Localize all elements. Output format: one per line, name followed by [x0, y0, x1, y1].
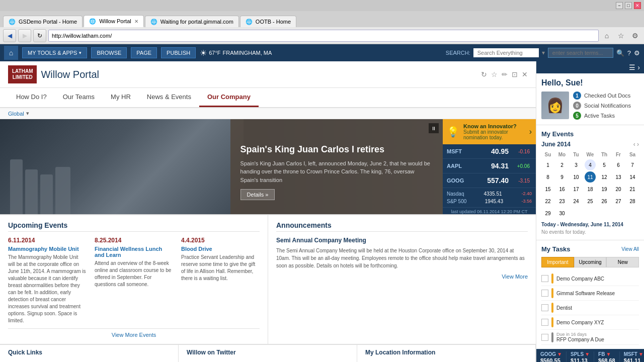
tab-gsdemoportal[interactable]: 🌐 GSDemo Portal - Home — [3, 16, 83, 27]
publish-button[interactable]: PUBLISH — [161, 47, 196, 58]
my-tools-menu[interactable]: MY TOOLS & APPS ▾ — [22, 47, 87, 58]
cal-day-20[interactable]: 20 — [613, 184, 624, 195]
cal-day-4[interactable]: 4 — [585, 159, 596, 170]
cal-day-7[interactable]: 7 — [627, 159, 638, 170]
cal-day-16[interactable]: 16 — [556, 184, 568, 195]
cal-day-9[interactable]: 9 — [556, 171, 568, 183]
view-more-announcements-link[interactable]: View More — [276, 274, 528, 280]
cal-day-26[interactable]: 26 — [599, 196, 610, 207]
forward-button[interactable]: ▶ — [18, 29, 31, 42]
cal-day-2[interactable]: 2 — [556, 159, 568, 170]
task-checkbox-0[interactable] — [541, 275, 548, 282]
minimize-btn[interactable]: − — [616, 2, 623, 9]
panel-menu-icon[interactable]: ☰ — [629, 63, 635, 71]
task-checkbox-1[interactable] — [541, 290, 548, 297]
share-site-icon[interactable]: ⊡ — [512, 70, 518, 78]
nav-news-events[interactable]: News & Events — [139, 88, 199, 107]
cal-day-17[interactable]: 17 — [571, 184, 582, 195]
task-tab-upcoming[interactable]: Upcoming — [574, 257, 607, 267]
cal-day-25[interactable]: 25 — [585, 196, 596, 207]
search-dropdown-icon[interactable]: ▾ — [542, 49, 545, 56]
search-everything-input[interactable] — [473, 48, 539, 57]
star-icon[interactable]: ☆ — [615, 30, 627, 42]
cal-day-6[interactable]: 6 — [613, 159, 624, 170]
tab-willowportal[interactable]: 🌐 Willow Portal ✕ — [84, 15, 144, 27]
cal-day-10[interactable]: 10 — [571, 171, 582, 183]
cal-day-8[interactable]: 8 — [542, 171, 553, 183]
tab-ootb[interactable]: 🌐 OOTB - Home — [240, 16, 296, 27]
page-button[interactable]: PAGE — [131, 47, 157, 58]
nav-how-do-i[interactable]: How Do I? — [8, 88, 55, 107]
home-browser-icon[interactable]: ⌂ — [601, 30, 613, 42]
task-checkbox-4[interactable] — [541, 334, 548, 341]
event-title-2[interactable]: Blood Drive — [181, 246, 260, 252]
task-color-bar-4 — [551, 332, 553, 342]
search-terms-input[interactable] — [548, 48, 613, 58]
settings-icon[interactable]: ⚙ — [629, 30, 641, 42]
panel-arrow-icon[interactable]: › — [637, 63, 640, 71]
refresh-site-icon[interactable]: ↻ — [481, 70, 487, 78]
cal-day-29[interactable]: 29 — [542, 208, 553, 219]
ticker-item-msft: MSFT ▼ $41.11 -0.16 -0.39% — [624, 351, 644, 362]
cal-day-21[interactable]: 21 — [627, 184, 638, 195]
help-button[interactable]: ? — [627, 49, 631, 57]
cal-day-28[interactable]: 28 — [627, 196, 638, 207]
event-title-1[interactable]: Financial Wellness Lunch and Learn — [95, 246, 173, 258]
hero-details-button[interactable]: Details » — [240, 189, 275, 200]
tasks-view-all-link[interactable]: View All — [621, 246, 639, 252]
tab-waiting[interactable]: 🌐 Waiting for portal.gimmal.com — [145, 16, 239, 27]
stock-footer: last updated 06.11.2014 12:20 PM CT — [443, 208, 536, 214]
search-submit-button[interactable]: 🔍 — [616, 49, 624, 57]
breadcrumb-global[interactable]: Global — [8, 111, 24, 117]
location-label: FRAMINGHAM, MA — [223, 50, 272, 56]
cal-day-15[interactable]: 15 — [542, 184, 553, 195]
more-site-icon[interactable]: ✕ — [522, 70, 528, 78]
cal-day-13[interactable]: 13 — [613, 171, 624, 183]
calendar-prev-button[interactable]: ‹ — [633, 141, 635, 148]
nav-my-hr[interactable]: My HR — [103, 88, 139, 107]
cal-day-24[interactable]: 24 — [571, 196, 582, 207]
cal-day-18[interactable]: 18 — [585, 184, 596, 195]
close-btn[interactable]: ✕ — [634, 2, 641, 9]
task-tab-important[interactable]: Important — [541, 257, 574, 267]
nav-our-company[interactable]: Our Company — [199, 88, 259, 107]
cal-day-11[interactable]: 11 — [585, 171, 596, 183]
cal-day-27[interactable]: 27 — [613, 196, 624, 207]
refresh-button[interactable]: ↻ — [33, 29, 46, 42]
nav-our-teams[interactable]: Our Teams — [55, 88, 103, 107]
cal-day-14[interactable]: 14 — [627, 171, 638, 183]
ticker-price-fb: $68.68 — [598, 357, 615, 362]
event-title-0[interactable]: Mammography Mobile Unit — [8, 246, 87, 252]
cal-day-30[interactable]: 30 — [556, 208, 568, 219]
innovator-banner[interactable]: 💡 Know an Innovator? Submit an innovator… — [443, 119, 536, 144]
settings-toolbar-button[interactable]: ⚙ — [634, 49, 640, 57]
toolbar-home-button[interactable]: ⌂ — [4, 46, 18, 60]
cal-day-19[interactable]: 19 — [599, 184, 610, 195]
cal-day-5[interactable]: 5 — [599, 159, 610, 170]
calendar-next-button[interactable]: › — [637, 141, 639, 148]
hello-section: Hello, Sue! 👩 1 Checked Out Docs 0 Socia… — [536, 73, 644, 125]
location-info-title: My Location Information — [365, 349, 527, 356]
cal-day-22[interactable]: 22 — [542, 196, 553, 207]
hero-pause-button[interactable]: ⏸ — [429, 123, 439, 133]
browse-button[interactable]: BROWSE — [91, 47, 127, 58]
view-more-events-link[interactable]: View More Events — [8, 328, 260, 338]
edit-site-icon[interactable]: ✏ — [502, 70, 508, 78]
cal-day-3[interactable]: 3 — [571, 159, 582, 170]
cal-header-fr: Fr — [612, 151, 625, 158]
back-button[interactable]: ◀ — [3, 29, 16, 42]
task-tab-new[interactable]: New — [606, 257, 639, 267]
events-list: 6.11.2014 Mammography Mobile Unit The Ma… — [8, 237, 260, 324]
favorite-site-icon[interactable]: ☆ — [491, 70, 498, 78]
twitter-title: Willow on Twitter — [187, 349, 349, 356]
restore-btn[interactable]: □ — [625, 2, 632, 9]
tab-close-willowportal[interactable]: ✕ — [134, 19, 138, 24]
cal-day-23[interactable]: 23 — [556, 196, 568, 207]
my-tools-label: MY TOOLS & APPS — [28, 50, 77, 56]
cal-day-1[interactable]: 1 — [542, 159, 553, 170]
url-input[interactable] — [48, 30, 599, 42]
cal-day-12[interactable]: 12 — [599, 171, 610, 183]
task-checkbox-3[interactable] — [541, 319, 548, 326]
task-checkbox-2[interactable] — [541, 304, 548, 311]
stat-label-tasks: Active Tasks — [584, 113, 615, 119]
